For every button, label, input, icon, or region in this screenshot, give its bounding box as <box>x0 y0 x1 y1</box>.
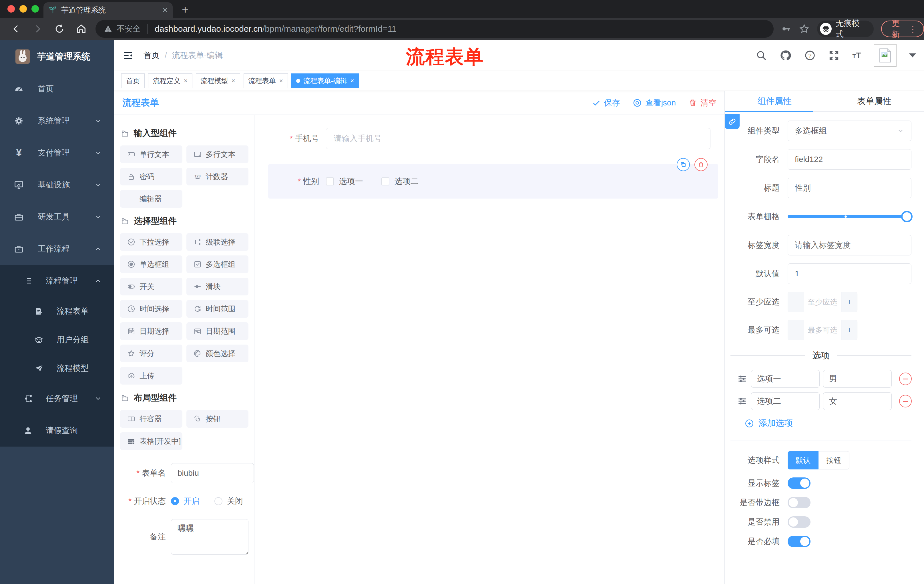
remove-option-icon[interactable] <box>899 395 912 408</box>
close-icon[interactable]: × <box>184 77 188 85</box>
sidebar-item-infrastructure[interactable]: 基础设施 <box>0 169 114 201</box>
tab-component-props[interactable]: 组件属性 <box>725 91 825 112</box>
status-on-label[interactable]: 开启 <box>183 496 200 507</box>
style-button-button[interactable]: 按钮 <box>818 451 850 469</box>
minimize-window-button[interactable] <box>20 5 27 13</box>
reload-icon[interactable] <box>54 23 65 35</box>
avatar-caret-icon[interactable] <box>909 53 916 58</box>
drag-handle-icon[interactable] <box>737 373 747 384</box>
option-value-input[interactable] <box>823 392 892 410</box>
palette-item-slider[interactable]: 滑块 <box>186 278 249 295</box>
component-type-select[interactable]: 多选框组 <box>788 120 911 141</box>
option-label-input[interactable] <box>751 392 820 410</box>
minus-icon[interactable]: − <box>788 320 804 340</box>
minus-icon[interactable]: − <box>788 292 804 312</box>
github-icon[interactable] <box>780 49 792 61</box>
min-select-stepper[interactable]: − + <box>788 292 857 312</box>
palette-item-checkbox-group[interactable]: 多选框组 <box>186 255 249 273</box>
palette-item-text-input[interactable]: 单行文本 <box>120 145 182 163</box>
canvas-field-phone[interactable]: 手机号 <box>254 128 724 149</box>
sidebar-item-home[interactable]: 首页 <box>0 73 114 105</box>
close-icon[interactable]: × <box>279 77 283 85</box>
address-bar[interactable]: 不安全 dashboard.yudao.iocoder.cn/bpm/manag… <box>96 20 774 38</box>
add-option-button[interactable]: 添加选项 <box>745 418 911 429</box>
copy-component-icon[interactable] <box>677 158 690 171</box>
palette-item-radio-group[interactable]: 单选框组 <box>120 255 182 273</box>
sidebar-fold-icon[interactable] <box>122 50 134 61</box>
palette-item-password[interactable]: 密码 <box>120 168 182 186</box>
palette-item-upload[interactable]: 上传 <box>120 367 182 385</box>
required-toggle[interactable] <box>788 536 810 547</box>
tag-process-form[interactable]: 流程表单× <box>244 73 288 88</box>
slider-handle[interactable] <box>901 211 912 222</box>
default-value-input[interactable] <box>788 263 911 284</box>
field-name-input[interactable] <box>788 149 911 170</box>
palette-item-counter[interactable]: 123 计数器 <box>186 168 249 186</box>
disabled-toggle[interactable] <box>788 516 810 528</box>
window-controls[interactable] <box>7 5 39 13</box>
password-key-icon[interactable] <box>780 23 791 34</box>
back-icon[interactable] <box>10 23 22 35</box>
font-size-icon[interactable]: TT <box>852 51 861 60</box>
sidebar-item-user-group[interactable]: 用户分组 <box>0 326 114 354</box>
status-off-label[interactable]: 关闭 <box>227 496 243 507</box>
form-name-input[interactable] <box>171 463 254 483</box>
style-default-button[interactable]: 默认 <box>788 451 818 469</box>
form-remark-textarea[interactable]: 嘿嘿 <box>171 519 248 554</box>
clear-button[interactable]: 清空 <box>688 97 716 108</box>
save-button[interactable]: 保存 <box>592 97 620 108</box>
grid-slider[interactable] <box>788 206 911 227</box>
option-label-input[interactable] <box>751 370 820 388</box>
status-on-radio[interactable] <box>171 497 179 505</box>
tab-form-props[interactable]: 表单属性 <box>825 91 924 112</box>
browser-menu-icon[interactable]: ⋮ <box>909 24 917 34</box>
sidebar-item-process-model[interactable]: 流程模型 <box>0 354 114 383</box>
new-tab-button[interactable]: + <box>182 3 188 16</box>
palette-item-time-picker[interactable]: 时间选择 <box>120 300 182 318</box>
sidebar-item-payment[interactable]: ¥ 支付管理 <box>0 137 114 169</box>
tag-process-model[interactable]: 流程模型× <box>196 73 240 88</box>
palette-item-switch[interactable]: 开关 <box>120 278 182 295</box>
close-window-button[interactable] <box>7 5 15 13</box>
sidebar-item-process-management[interactable]: 流程管理 <box>0 265 114 297</box>
close-icon[interactable]: × <box>350 77 354 85</box>
home-icon[interactable] <box>76 23 87 35</box>
delete-component-icon[interactable] <box>695 158 708 171</box>
option-value-input[interactable] <box>823 370 892 388</box>
tab-close-icon[interactable]: × <box>162 5 168 15</box>
border-toggle[interactable] <box>788 497 810 508</box>
palette-item-row-container[interactable]: 行容器 <box>120 410 182 428</box>
palette-item-table[interactable]: 表格[开发中] <box>120 432 182 450</box>
search-icon[interactable] <box>756 50 767 61</box>
tag-process-form-edit[interactable]: 流程表单-编辑× <box>291 73 359 88</box>
palette-item-date-range[interactable]: 日期范围 <box>186 322 249 340</box>
url-text[interactable]: dashboard.yudao.iocoder.cn/bpm/manager/f… <box>155 24 396 34</box>
title-input[interactable] <box>788 178 911 198</box>
palette-item-button[interactable]: 按钮 <box>186 410 249 428</box>
warning-icon[interactable] <box>104 24 113 33</box>
close-icon[interactable]: × <box>231 77 235 85</box>
sidebar-item-leave-query[interactable]: 请假查询 <box>0 415 114 447</box>
avatar[interactable] <box>874 44 896 67</box>
maximize-window-button[interactable] <box>31 5 39 13</box>
palette-item-time-range[interactable]: 时间范围 <box>186 300 249 318</box>
min-select-input[interactable] <box>804 292 841 312</box>
update-button[interactable]: 更新 ⋮ <box>881 21 924 37</box>
status-off-radio[interactable] <box>214 497 223 505</box>
max-select-stepper[interactable]: − + <box>788 320 857 340</box>
gender-option-2[interactable]: 选项二 <box>381 176 419 187</box>
breadcrumb-home[interactable]: 首页 <box>144 50 160 61</box>
plus-icon[interactable]: + <box>841 320 857 340</box>
link-icon[interactable] <box>725 114 739 129</box>
view-json-button[interactable]: 查看json <box>633 97 676 108</box>
checkbox-icon[interactable] <box>381 178 389 186</box>
forward-icon[interactable] <box>32 23 43 35</box>
palette-item-cascader[interactable]: 级联选择 <box>186 233 249 251</box>
palette-item-editor[interactable]: 编辑器 <box>120 190 182 208</box>
palette-item-color-picker[interactable]: 颜色选择 <box>186 345 249 362</box>
breadcrumb[interactable]: 首页 / 流程表单-编辑 <box>144 50 223 61</box>
label-width-input[interactable] <box>788 235 911 255</box>
help-icon[interactable]: ? <box>804 50 816 61</box>
tag-process-definition[interactable]: 流程定义× <box>148 73 192 88</box>
palette-item-rate[interactable]: 评分 <box>120 345 182 362</box>
